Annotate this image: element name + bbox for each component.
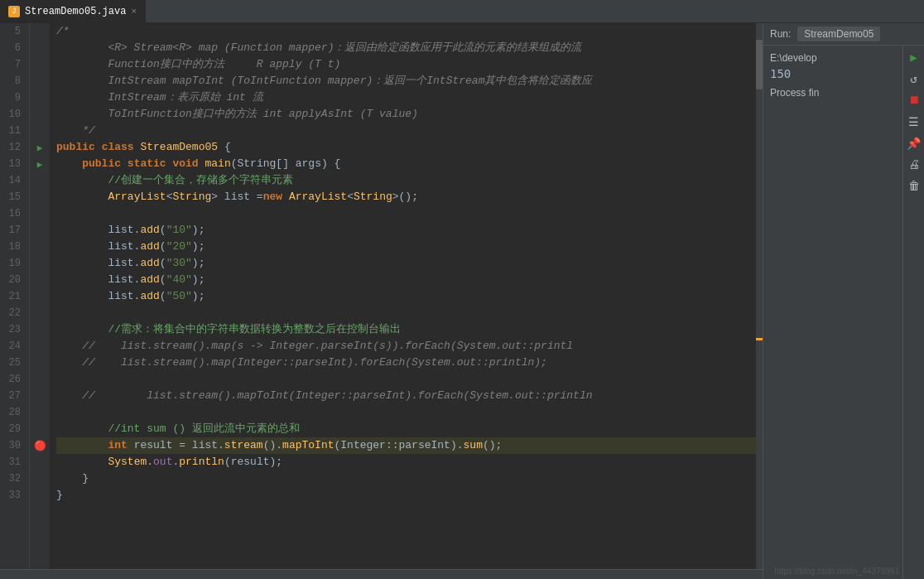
gutter-29	[30, 421, 50, 437]
code-line-24: // list.stream().map(s -> Integer.parseI…	[56, 338, 756, 355]
code-line-33: }	[56, 487, 756, 504]
editor-area: 5 6 7 8 9 10 11 12 13 14 15 16 17 18 19 …	[0, 23, 763, 579]
code-line-14: //创建一个集合，存储多个字符串元素	[56, 172, 756, 189]
line-num-32: 32	[0, 470, 24, 487]
run-rerun-button[interactable]: ↺	[906, 70, 922, 87]
gutter-13-run[interactable]: ▶	[30, 156, 50, 172]
run-stop-button[interactable]: ⏹	[906, 92, 922, 109]
code-line-27: // list.stream().mapToInt(Integer::parse…	[56, 388, 756, 404]
run-panel: Run: StreamDemo05 E:\develop 150 Process…	[763, 23, 924, 579]
run-path: E:\develop	[770, 52, 896, 64]
run-output-area: E:\develop 150 Process fin https://blog.…	[763, 46, 902, 579]
scrollbar-thumb[interactable]	[756, 40, 763, 89]
line-num-29: 29	[0, 421, 24, 437]
gutter-21	[30, 288, 50, 305]
main-area: 5 6 7 8 9 10 11 12 13 14 15 16 17 18 19 …	[0, 23, 924, 579]
gutter-28	[30, 404, 50, 421]
gutter-18	[30, 239, 50, 255]
line-num-5: 5	[0, 23, 24, 40]
gutter-22	[30, 305, 50, 321]
run-print-button[interactable]: 🖨	[906, 157, 922, 173]
gutter-10	[30, 106, 50, 123]
code-line-11: */	[56, 123, 756, 139]
line-num-22: 22	[0, 305, 24, 321]
line-num-7: 7	[0, 56, 24, 73]
vertical-scrollbar[interactable]	[756, 23, 763, 569]
gutter-19	[30, 255, 50, 272]
gutter-15	[30, 189, 50, 205]
gutter-33	[30, 487, 50, 504]
gutter-16	[30, 205, 50, 222]
gutter: ▶ ▶ 🔴	[30, 23, 50, 569]
line-num-6: 6	[0, 40, 24, 56]
line-num-17: 17	[0, 222, 24, 239]
line-numbers: 5 6 7 8 9 10 11 12 13 14 15 16 17 18 19 …	[0, 23, 30, 569]
gutter-27	[30, 388, 50, 404]
gutter-24	[30, 338, 50, 355]
line-num-11: 11	[0, 123, 24, 139]
gutter-8	[30, 73, 50, 89]
code-line-22	[56, 305, 756, 321]
tab-streamdemo05[interactable]: J StreamDemo05.java ×	[0, 0, 146, 22]
code-line-20: list. add ( "40" );	[56, 272, 756, 288]
gutter-30-err: 🔴	[30, 437, 50, 454]
code-line-10: ToIntFunction接口中的方法 int applyAsInt (T va…	[56, 106, 756, 123]
line-num-14: 14	[0, 172, 24, 189]
gutter-26	[30, 371, 50, 388]
tab-label: StreamDemo05.java	[25, 6, 126, 17]
code-line-28	[56, 404, 756, 421]
tab-bar: J StreamDemo05.java ×	[0, 0, 924, 23]
line-num-24: 24	[0, 338, 24, 355]
tab-close-button[interactable]: ×	[131, 7, 137, 17]
gutter-20	[30, 272, 50, 288]
line-num-25: 25	[0, 355, 24, 371]
gutter-11	[30, 123, 50, 139]
line-num-8: 8	[0, 73, 24, 89]
run-process-text: Process fin	[770, 87, 896, 99]
code-line-23: //需求：将集合中的字符串数据转换为整数之后在控制台输出	[56, 321, 756, 338]
code-line-7: Function接口中的方法 R apply (T t)	[56, 56, 756, 73]
gutter-6	[30, 40, 50, 56]
run-tab-label[interactable]: StreamDemo05	[797, 27, 880, 41]
gutter-17	[30, 222, 50, 239]
code-panel[interactable]: /* <R> Stream<R> map (Function mapper)：返…	[50, 23, 763, 569]
java-file-icon: J	[8, 6, 20, 17]
gutter-31	[30, 454, 50, 470]
run-clear-button[interactable]: 🗑	[906, 178, 922, 195]
line-num-13: 13	[0, 156, 24, 172]
code-line-5: /*	[56, 23, 756, 40]
code-line-15: ArrayList < String > list = new ArrayLis…	[56, 189, 756, 205]
line-num-18: 18	[0, 239, 24, 255]
code-line-25: // list.stream().map(Integer::parseInt).…	[56, 355, 756, 371]
run-panel-header: Run: StreamDemo05	[763, 23, 924, 46]
code-line-21: list. add ( "50" );	[56, 288, 756, 305]
gutter-23	[30, 321, 50, 338]
gutter-5	[30, 23, 50, 40]
run-play-button[interactable]: ▶	[906, 49, 922, 65]
line-num-33: 33	[0, 487, 24, 504]
gutter-25	[30, 355, 50, 371]
line-num-31: 31	[0, 454, 24, 470]
line-num-16: 16	[0, 205, 24, 222]
gutter-7	[30, 56, 50, 73]
line-num-21: 21	[0, 288, 24, 305]
horizontal-scrollbar[interactable]	[0, 569, 763, 579]
run-pin-button[interactable]: 📌	[906, 135, 922, 152]
line-num-20: 20	[0, 272, 24, 288]
code-line-29: //int sum () 返回此流中元素的总和	[56, 421, 756, 437]
line-num-28: 28	[0, 404, 24, 421]
code-line-32: }	[56, 470, 756, 487]
line-num-27: 27	[0, 388, 24, 404]
run-label: Run:	[770, 28, 791, 40]
run-settings-button[interactable]: ☰	[906, 113, 922, 130]
line-num-12: 12	[0, 139, 24, 156]
line-num-30: 30	[0, 437, 24, 454]
gutter-14	[30, 172, 50, 189]
gutter-12-run[interactable]: ▶	[30, 139, 50, 156]
code-line-13: public static void main (String[] args) …	[56, 156, 756, 172]
run-output-value: 150	[770, 67, 896, 80]
code-line-6: <R> Stream<R> map (Function mapper)：返回由给…	[56, 40, 756, 56]
code-line-30: int result = list. stream (). mapToInt (…	[56, 437, 756, 454]
code-line-18: list. add ( "20" );	[56, 239, 756, 255]
line-num-9: 9	[0, 89, 24, 106]
